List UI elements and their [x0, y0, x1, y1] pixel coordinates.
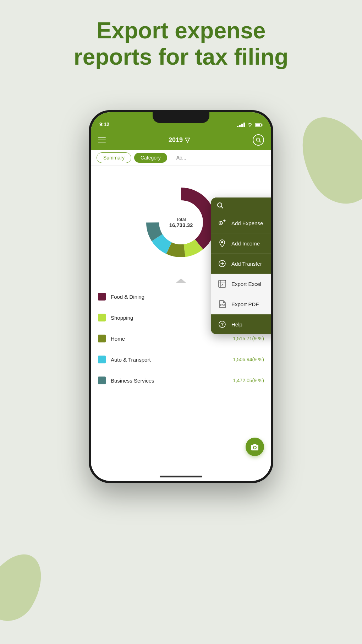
search-button[interactable]	[253, 134, 264, 146]
app-header: 2019 ▽	[91, 130, 271, 150]
search-icon-popup	[216, 202, 224, 209]
svg-rect-1	[256, 124, 260, 126]
svg-text:PDF: PDF	[220, 304, 225, 307]
add-expense-label: Add Expense	[231, 220, 263, 226]
category-name-auto: Auto & Transport	[111, 357, 233, 363]
tab-summary[interactable]: Summary	[97, 152, 131, 163]
svg-rect-2	[262, 124, 263, 126]
svg-line-11	[221, 207, 223, 209]
svg-text:?: ?	[221, 322, 224, 327]
svg-line-4	[259, 141, 260, 142]
add-transfer-button[interactable]: Add Transfer	[211, 254, 271, 274]
add-transfer-icon	[218, 260, 226, 267]
year-value: 2019	[169, 136, 183, 144]
category-amount-business: 1,472.05(9 %)	[233, 378, 264, 383]
year-selector[interactable]: 2019 ▽	[169, 136, 190, 144]
leaf-decoration-right	[286, 104, 362, 216]
phone-frame: 9:12	[89, 110, 273, 483]
signal-bars	[237, 123, 245, 127]
category-name-business: Business Services	[111, 378, 233, 384]
home-bar	[160, 476, 202, 477]
category-name-food: Food & Dining	[111, 294, 227, 300]
donut-value: 16,733.32	[169, 222, 193, 228]
phone-mockup: 9:12	[89, 110, 273, 483]
svg-text:X: X	[221, 283, 224, 286]
hero-title: Export expensereports for tax filing	[0, 18, 362, 70]
category-item-auto[interactable]: Auto & Transport 1,506.94(9 %)	[91, 349, 271, 370]
help-icon: ?	[218, 320, 226, 328]
category-color-food	[98, 293, 106, 301]
popup-header	[211, 197, 271, 213]
category-color-business	[98, 377, 106, 384]
help-button[interactable]: ? Help	[211, 314, 271, 334]
category-color-shopping	[98, 314, 106, 321]
category-amount-auto: 1,506.94(9 %)	[233, 357, 264, 362]
add-income-button[interactable]: Add Income	[211, 233, 271, 254]
tab-category[interactable]: Category	[134, 153, 167, 163]
donut-label: Total	[169, 217, 193, 222]
donut-chart: Total 16,733.32	[142, 183, 220, 261]
wifi-icon	[247, 123, 253, 127]
phone-notch	[153, 112, 209, 123]
camera-icon	[251, 443, 259, 450]
battery-icon	[255, 123, 263, 127]
export-excel-button[interactable]: X Export Excel	[211, 274, 271, 294]
export-excel-icon: X	[218, 280, 226, 288]
category-name-home: Home	[111, 336, 233, 342]
add-expense-button[interactable]: Add Expense	[211, 213, 271, 233]
popup-menu: Add Expense Add Income	[211, 197, 271, 334]
leaf-decoration-left	[0, 544, 54, 630]
export-pdf-label: Export PDF	[231, 301, 259, 307]
add-income-label: Add Income	[231, 240, 260, 247]
export-pdf-button[interactable]: PDF Export PDF	[211, 294, 271, 314]
chevron-up-icon	[176, 278, 186, 283]
help-label: Help	[231, 321, 242, 328]
camera-fab-button[interactable]	[246, 438, 264, 456]
donut-center-text: Total 16,733.32	[169, 217, 193, 228]
export-pdf-icon: PDF	[219, 300, 226, 308]
status-icons	[237, 123, 263, 127]
phone-screen: 9:12	[91, 112, 271, 481]
menu-button[interactable]	[98, 137, 106, 142]
add-expense-icon	[218, 220, 226, 227]
category-amount-home: 1,515.71(9 %)	[233, 336, 264, 341]
category-color-auto	[98, 356, 106, 363]
dropdown-chevron: ▽	[185, 136, 190, 144]
tab-account[interactable]: Ac...	[170, 153, 193, 163]
add-income-icon	[219, 239, 226, 247]
category-color-home	[98, 335, 106, 342]
category-item-business[interactable]: Business Services 1,472.05(9 %)	[91, 370, 271, 391]
tab-bar: Summary Category Ac...	[91, 150, 271, 166]
svg-point-13	[221, 241, 223, 243]
export-excel-label: Export Excel	[231, 281, 261, 287]
status-time: 9:12	[99, 121, 109, 127]
add-transfer-label: Add Transfer	[231, 261, 262, 267]
